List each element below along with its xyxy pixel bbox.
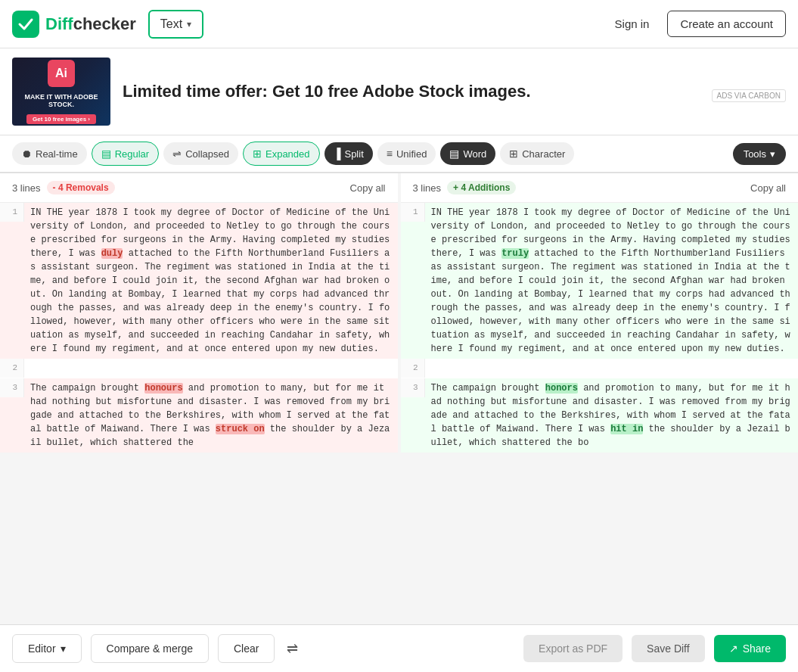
line-content: IN THE year 1878 I took my degree of Doc… xyxy=(425,203,799,359)
unified-icon: ≡ xyxy=(387,148,393,160)
diff-highlight-del: duly xyxy=(101,248,123,259)
right-stats: 3 lines + 4 Additions xyxy=(413,181,517,194)
split-label: Split xyxy=(344,148,363,160)
table-row: 1 IN THE year 1878 I took my degree of D… xyxy=(401,203,799,359)
left-diff-content: 1 IN THE year 1878 I took my degree of D… xyxy=(0,203,398,453)
line-number: 2 xyxy=(0,359,24,378)
diff-highlight-add: truly xyxy=(501,248,529,259)
header: Diffchecker Text ▾ Sign in Create an acc… xyxy=(0,0,798,48)
split-button[interactable]: ▐ Split xyxy=(324,142,373,165)
ads-via: ADS VIA CARBON xyxy=(712,89,786,102)
collapsed-button[interactable]: ⇌ Collapsed xyxy=(163,142,238,165)
realtime-button[interactable]: ⏺ Real-time xyxy=(12,142,87,165)
line-number: 2 xyxy=(401,359,425,378)
adobe-logo: Ai xyxy=(48,60,75,87)
realtime-label: Real-time xyxy=(36,148,78,160)
logo-area: Diffchecker xyxy=(12,11,136,38)
ad-banner: Ai MAKE IT WITH ADOBE STOCK. Get 10 free… xyxy=(0,48,798,135)
left-panel-header: 3 lines - 4 Removals Copy all xyxy=(0,173,398,203)
tools-button[interactable]: Tools ▾ xyxy=(733,143,786,165)
header-actions: Sign in Create an account xyxy=(606,11,786,37)
text-dropdown-button[interactable]: Text ▾ xyxy=(148,10,203,39)
line-number: 1 xyxy=(401,203,425,222)
right-panel: 3 lines + 4 Additions Copy all 1 IN THE … xyxy=(401,173,799,453)
table-row: 3 The campaign brought honors and promot… xyxy=(401,378,799,453)
line-number: 3 xyxy=(0,378,24,397)
right-diff-content: 1 IN THE year 1878 I took my degree of D… xyxy=(401,203,799,453)
table-row: 1 IN THE year 1878 I took my degree of D… xyxy=(0,203,398,359)
ad-text-area: Limited time offer: Get 10 free Adobe St… xyxy=(123,81,786,103)
diff-container: 3 lines - 4 Removals Copy all 1 IN THE y… xyxy=(0,173,798,453)
chevron-down-icon: ▾ xyxy=(187,19,191,30)
ad-image: Ai MAKE IT WITH ADOBE STOCK. Get 10 free… xyxy=(12,58,110,126)
collapsed-icon: ⇌ xyxy=(172,148,182,160)
split-icon: ▐ xyxy=(334,148,341,160)
table-row: 3 The campaign brought honours and promo… xyxy=(0,378,398,453)
realtime-icon: ⏺ xyxy=(21,148,32,160)
character-button[interactable]: ⊞ Character xyxy=(500,142,574,165)
ad-cta: Get 10 free images › xyxy=(26,114,96,124)
regular-button[interactable]: ▤ Regular xyxy=(92,142,160,166)
word-button[interactable]: ▤ Word xyxy=(440,142,495,165)
word-icon: ▤ xyxy=(449,148,459,160)
tools-label: Tools xyxy=(744,148,766,160)
right-copy-all-button[interactable]: Copy all xyxy=(750,182,786,194)
left-stats: 3 lines - 4 Removals xyxy=(12,181,115,194)
diff-highlight-add: hit in xyxy=(610,424,643,434)
line-number: 1 xyxy=(0,203,24,222)
create-account-button[interactable]: Create an account xyxy=(667,11,786,37)
table-row: 2 xyxy=(0,359,398,378)
diff-highlight-del: honours xyxy=(144,383,182,394)
logo-diff: Diff xyxy=(45,14,73,33)
signin-button[interactable]: Sign in xyxy=(606,11,659,36)
toolbar: ⏺ Real-time ▤ Regular ⇌ Collapsed ⊞ Expa… xyxy=(0,135,798,173)
logo-checker: checker xyxy=(73,14,136,33)
text-dropdown-label: Text xyxy=(160,17,182,31)
ad-image-text: MAKE IT WITH ADOBE STOCK. xyxy=(12,93,110,108)
line-content: The campaign brought honours and promoti… xyxy=(24,378,398,453)
removals-badge: - 4 Removals xyxy=(47,181,115,194)
main-content: Ai MAKE IT WITH ADOBE STOCK. Get 10 free… xyxy=(0,48,798,506)
regular-icon: ▤ xyxy=(101,148,111,160)
unified-label: Unified xyxy=(396,148,427,160)
unified-button[interactable]: ≡ Unified xyxy=(377,142,436,165)
diff-highlight-del: struck on xyxy=(216,424,265,434)
regular-label: Regular xyxy=(115,148,150,160)
line-content xyxy=(425,359,799,378)
logo-text: Diffchecker xyxy=(45,14,136,34)
diff-highlight-add: honors xyxy=(545,383,578,394)
left-copy-all-button[interactable]: Copy all xyxy=(350,182,386,194)
diff-panels: 3 lines - 4 Removals Copy all 1 IN THE y… xyxy=(0,173,798,453)
ad-title: Limited time offer: Get 10 free Adobe St… xyxy=(123,81,786,103)
table-row: 2 xyxy=(401,359,799,378)
additions-badge: + 4 Additions xyxy=(447,181,516,194)
character-icon: ⊞ xyxy=(509,148,518,160)
expanded-icon: ⊞ xyxy=(253,148,262,160)
collapsed-label: Collapsed xyxy=(185,148,229,160)
character-label: Character xyxy=(522,148,565,160)
left-panel: 3 lines - 4 Removals Copy all 1 IN THE y… xyxy=(0,173,401,453)
tools-chevron-icon: ▾ xyxy=(770,148,775,160)
logo-icon xyxy=(12,11,39,38)
word-label: Word xyxy=(463,148,486,160)
line-content: The campaign brought honors and promotio… xyxy=(425,378,799,453)
expanded-button[interactable]: ⊞ Expanded xyxy=(243,142,320,166)
line-content xyxy=(24,359,398,378)
right-panel-header: 3 lines + 4 Additions Copy all xyxy=(401,173,799,203)
svg-rect-0 xyxy=(12,11,39,38)
line-content: IN THE year 1878 I took my degree of Doc… xyxy=(24,203,398,359)
line-number: 3 xyxy=(401,378,425,397)
right-lines: 3 lines xyxy=(413,182,442,194)
expanded-label: Expanded xyxy=(265,148,310,160)
left-lines: 3 lines xyxy=(12,182,41,194)
